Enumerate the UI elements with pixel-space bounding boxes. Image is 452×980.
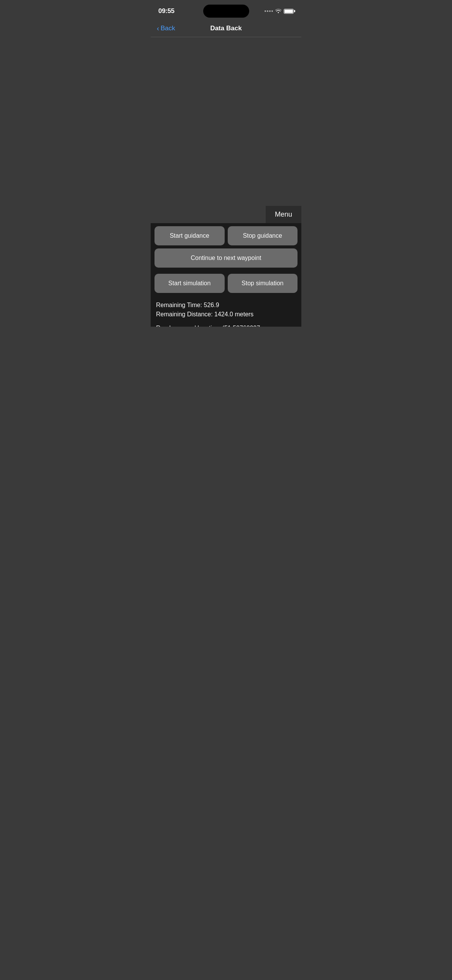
map-area — [151, 37, 301, 206]
simulation-button-row: Start simulation Stop simulation — [151, 271, 301, 296]
bottom-panel: Start guidance Stop guidance Continue to… — [151, 223, 301, 327]
start-simulation-button[interactable]: Start simulation — [155, 274, 225, 293]
status-time: 09:55 — [158, 7, 174, 15]
continue-waypoint-button[interactable]: Continue to next waypoint — [155, 248, 297, 268]
stop-simulation-button[interactable]: Stop simulation — [228, 274, 298, 293]
nav-bar: ‹ Back Data Back — [151, 21, 301, 37]
remaining-time-text: Remaining Time: 526.9 — [156, 301, 296, 310]
info-section: Remaining Time: 526.9 Remaining Distance… — [151, 296, 301, 327]
start-guidance-button[interactable]: Start guidance — [155, 226, 225, 245]
battery-icon — [284, 9, 294, 14]
guidance-button-row: Start guidance Stop guidance — [151, 223, 301, 248]
back-chevron-icon: ‹ — [157, 25, 159, 32]
back-button[interactable]: ‹ Back — [157, 25, 175, 32]
back-label: Back — [161, 25, 175, 32]
page-title: Data Back — [210, 25, 242, 32]
wifi-icon — [275, 8, 281, 14]
status-bar: 09:55 — [151, 0, 301, 21]
menu-button-container: Menu — [151, 206, 301, 223]
road-snapped-text-line1: Road snapped location: (51.50760997, — [156, 324, 296, 327]
menu-button[interactable]: Menu — [266, 206, 301, 223]
stop-guidance-button[interactable]: Stop guidance — [228, 226, 298, 245]
status-icons — [265, 8, 294, 14]
waypoint-button-row: Continue to next waypoint — [151, 248, 301, 271]
signal-icon — [265, 10, 273, 12]
dynamic-island — [203, 5, 249, 18]
remaining-distance-text: Remaining Distance: 1424.0 meters — [156, 310, 296, 319]
